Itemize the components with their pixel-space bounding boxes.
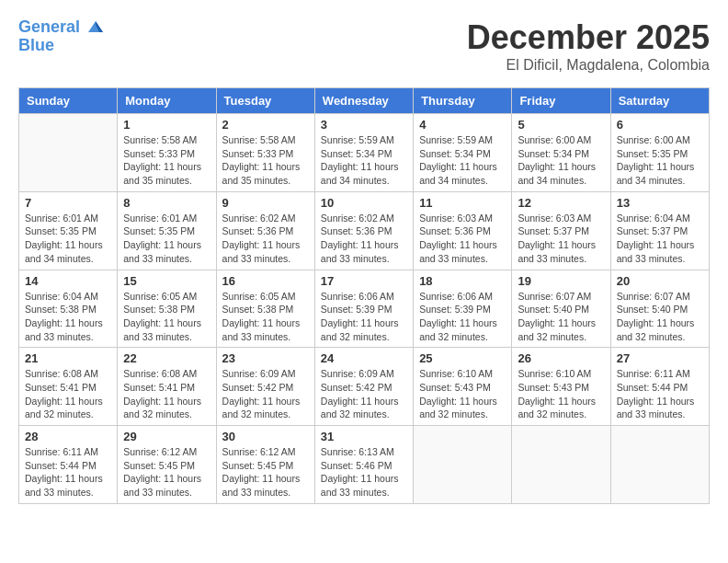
logo-blue: Blue [18, 37, 105, 55]
day-number: 19 [518, 274, 604, 288]
calendar-cell [610, 426, 709, 504]
calendar-cell: 1Sunrise: 5:58 AM Sunset: 5:33 PM Daylig… [118, 114, 216, 192]
day-number: 1 [123, 118, 210, 132]
day-number: 7 [25, 196, 111, 210]
day-number: 24 [321, 351, 407, 365]
day-info: Sunrise: 5:59 AM Sunset: 5:34 PM Dayligh… [419, 133, 506, 188]
calendar-cell: 7Sunrise: 6:01 AM Sunset: 5:35 PM Daylig… [19, 191, 118, 270]
calendar-cell: 18Sunrise: 6:06 AM Sunset: 5:39 PM Dayli… [414, 270, 512, 348]
day-info: Sunrise: 5:58 AM Sunset: 5:33 PM Dayligh… [123, 133, 210, 188]
day-number: 30 [222, 430, 309, 443]
day-number: 6 [617, 118, 703, 132]
day-info: Sunrise: 5:58 AM Sunset: 5:33 PM Dayligh… [222, 133, 309, 188]
logo-text: General [18, 18, 105, 37]
calendar-cell: 14Sunrise: 6:04 AM Sunset: 5:38 PM Dayli… [19, 270, 118, 348]
day-number: 16 [222, 274, 309, 288]
day-info: Sunrise: 6:06 AM Sunset: 5:39 PM Dayligh… [419, 290, 506, 344]
calendar-cell: 5Sunrise: 6:00 AM Sunset: 5:34 PM Daylig… [512, 114, 610, 192]
day-info: Sunrise: 6:11 AM Sunset: 5:44 PM Dayligh… [617, 367, 703, 421]
day-info: Sunrise: 6:01 AM Sunset: 5:35 PM Dayligh… [123, 212, 210, 266]
day-info: Sunrise: 6:04 AM Sunset: 5:38 PM Dayligh… [25, 290, 111, 344]
day-info: Sunrise: 6:08 AM Sunset: 5:41 PM Dayligh… [123, 367, 210, 421]
day-number: 31 [321, 430, 407, 443]
day-number: 18 [419, 274, 506, 288]
day-info: Sunrise: 6:13 AM Sunset: 5:46 PM Dayligh… [321, 445, 407, 500]
day-number: 17 [321, 274, 407, 288]
calendar-cell: 6Sunrise: 6:00 AM Sunset: 5:35 PM Daylig… [610, 114, 709, 192]
day-info: Sunrise: 6:07 AM Sunset: 5:40 PM Dayligh… [617, 290, 703, 344]
day-info: Sunrise: 6:10 AM Sunset: 5:43 PM Dayligh… [518, 367, 604, 421]
calendar-cell: 11Sunrise: 6:03 AM Sunset: 5:36 PM Dayli… [414, 191, 512, 270]
calendar-cell: 30Sunrise: 6:12 AM Sunset: 5:45 PM Dayli… [216, 426, 314, 504]
calendar-cell: 29Sunrise: 6:12 AM Sunset: 5:45 PM Dayli… [118, 426, 216, 504]
day-number: 22 [123, 351, 210, 365]
calendar-cell: 3Sunrise: 5:59 AM Sunset: 5:34 PM Daylig… [314, 114, 413, 192]
calendar-cell: 25Sunrise: 6:10 AM Sunset: 5:43 PM Dayli… [414, 348, 512, 426]
day-info: Sunrise: 6:11 AM Sunset: 5:44 PM Dayligh… [25, 445, 111, 500]
weekday-header: Saturday [610, 88, 709, 114]
day-number: 14 [25, 274, 111, 288]
calendar-cell: 10Sunrise: 6:02 AM Sunset: 5:36 PM Dayli… [314, 191, 413, 270]
calendar-cell: 20Sunrise: 6:07 AM Sunset: 5:40 PM Dayli… [610, 270, 709, 348]
day-info: Sunrise: 5:59 AM Sunset: 5:34 PM Dayligh… [321, 133, 407, 188]
day-number: 11 [419, 196, 506, 210]
calendar-week-row: 7Sunrise: 6:01 AM Sunset: 5:35 PM Daylig… [19, 191, 710, 270]
day-number: 13 [617, 196, 703, 210]
weekday-header: Wednesday [314, 88, 413, 114]
day-number: 8 [123, 196, 210, 210]
day-info: Sunrise: 6:02 AM Sunset: 5:36 PM Dayligh… [321, 212, 407, 266]
calendar-cell: 24Sunrise: 6:09 AM Sunset: 5:42 PM Dayli… [314, 348, 413, 426]
location-title: El Dificil, Magdalena, Colombia [467, 57, 710, 74]
logo-icon [86, 18, 105, 37]
calendar-week-row: 21Sunrise: 6:08 AM Sunset: 5:41 PM Dayli… [19, 348, 710, 426]
calendar-cell: 2Sunrise: 5:58 AM Sunset: 5:33 PM Daylig… [216, 114, 314, 192]
calendar-week-row: 14Sunrise: 6:04 AM Sunset: 5:38 PM Dayli… [19, 270, 710, 348]
day-info: Sunrise: 6:06 AM Sunset: 5:39 PM Dayligh… [321, 290, 407, 344]
day-info: Sunrise: 6:10 AM Sunset: 5:43 PM Dayligh… [419, 367, 506, 421]
day-info: Sunrise: 6:03 AM Sunset: 5:36 PM Dayligh… [419, 212, 506, 266]
calendar-cell [414, 426, 512, 504]
calendar-cell: 31Sunrise: 6:13 AM Sunset: 5:46 PM Dayli… [314, 426, 413, 504]
calendar-header-row: SundayMondayTuesdayWednesdayThursdayFrid… [19, 88, 710, 114]
day-number: 3 [321, 118, 407, 132]
day-number: 26 [518, 351, 604, 365]
calendar-cell [512, 426, 610, 504]
day-info: Sunrise: 6:01 AM Sunset: 5:35 PM Dayligh… [25, 212, 111, 266]
day-info: Sunrise: 6:00 AM Sunset: 5:35 PM Dayligh… [617, 133, 703, 188]
calendar-cell: 19Sunrise: 6:07 AM Sunset: 5:40 PM Dayli… [512, 270, 610, 348]
calendar-cell: 27Sunrise: 6:11 AM Sunset: 5:44 PM Dayli… [610, 348, 709, 426]
day-number: 27 [617, 351, 703, 365]
calendar-cell: 17Sunrise: 6:06 AM Sunset: 5:39 PM Dayli… [314, 270, 413, 348]
day-info: Sunrise: 6:12 AM Sunset: 5:45 PM Dayligh… [222, 445, 309, 500]
calendar-cell: 9Sunrise: 6:02 AM Sunset: 5:36 PM Daylig… [216, 191, 314, 270]
calendar-cell: 22Sunrise: 6:08 AM Sunset: 5:41 PM Dayli… [118, 348, 216, 426]
calendar-cell: 16Sunrise: 6:05 AM Sunset: 5:38 PM Dayli… [216, 270, 314, 348]
calendar-cell: 12Sunrise: 6:03 AM Sunset: 5:37 PM Dayli… [512, 191, 610, 270]
weekday-header: Sunday [19, 88, 118, 114]
logo-general: General [18, 17, 80, 36]
day-number: 9 [222, 196, 309, 210]
calendar-cell: 13Sunrise: 6:04 AM Sunset: 5:37 PM Dayli… [610, 191, 709, 270]
day-info: Sunrise: 6:12 AM Sunset: 5:45 PM Dayligh… [123, 445, 210, 500]
calendar-cell: 26Sunrise: 6:10 AM Sunset: 5:43 PM Dayli… [512, 348, 610, 426]
calendar-cell: 8Sunrise: 6:01 AM Sunset: 5:35 PM Daylig… [118, 191, 216, 270]
calendar-cell: 4Sunrise: 5:59 AM Sunset: 5:34 PM Daylig… [414, 114, 512, 192]
day-number: 10 [321, 196, 407, 210]
day-number: 20 [617, 274, 703, 288]
day-info: Sunrise: 6:04 AM Sunset: 5:37 PM Dayligh… [617, 212, 703, 266]
day-number: 15 [123, 274, 210, 288]
day-info: Sunrise: 6:08 AM Sunset: 5:41 PM Dayligh… [25, 367, 111, 421]
day-info: Sunrise: 6:05 AM Sunset: 5:38 PM Dayligh… [123, 290, 210, 344]
day-number: 5 [518, 118, 604, 132]
calendar-cell: 21Sunrise: 6:08 AM Sunset: 5:41 PM Dayli… [19, 348, 118, 426]
weekday-header: Friday [512, 88, 610, 114]
day-info: Sunrise: 6:00 AM Sunset: 5:34 PM Dayligh… [518, 133, 604, 188]
day-info: Sunrise: 6:09 AM Sunset: 5:42 PM Dayligh… [222, 367, 309, 421]
day-info: Sunrise: 6:07 AM Sunset: 5:40 PM Dayligh… [518, 290, 604, 344]
calendar-cell: 23Sunrise: 6:09 AM Sunset: 5:42 PM Dayli… [216, 348, 314, 426]
day-info: Sunrise: 6:09 AM Sunset: 5:42 PM Dayligh… [321, 367, 407, 421]
day-info: Sunrise: 6:02 AM Sunset: 5:36 PM Dayligh… [222, 212, 309, 266]
day-number: 2 [222, 118, 309, 132]
calendar-cell: 28Sunrise: 6:11 AM Sunset: 5:44 PM Dayli… [19, 426, 118, 504]
calendar-week-row: 1Sunrise: 5:58 AM Sunset: 5:33 PM Daylig… [19, 114, 710, 192]
